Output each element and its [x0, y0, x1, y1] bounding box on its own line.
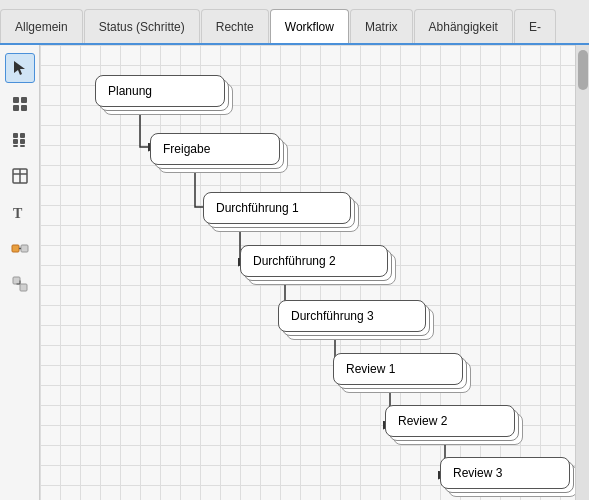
pointer-tool[interactable]: [5, 53, 35, 83]
tab-matrix[interactable]: Matrix: [350, 9, 413, 43]
text-tool[interactable]: T: [5, 197, 35, 227]
svg-rect-18: [13, 277, 20, 284]
workflow-canvas[interactable]: Planung Freigabe Durchführung 1 Durchfüh…: [40, 45, 575, 500]
grid2-tool[interactable]: [5, 125, 35, 155]
svg-rect-7: [13, 139, 18, 144]
connect1-tool[interactable]: [5, 233, 35, 263]
svg-rect-3: [13, 105, 19, 111]
svg-rect-1: [13, 97, 19, 103]
scrollbar-thumb[interactable]: [578, 50, 588, 90]
svg-rect-4: [21, 105, 27, 111]
svg-rect-15: [12, 245, 19, 252]
tab-bar: Allgemein Status (Schritte) Rechte Workf…: [0, 0, 589, 45]
connect2-tool[interactable]: [5, 269, 35, 299]
main-area: T: [0, 45, 589, 500]
svg-rect-5: [13, 133, 18, 138]
table-tool[interactable]: [5, 161, 35, 191]
vertical-scrollbar[interactable]: [575, 45, 589, 500]
grid1-tool[interactable]: [5, 89, 35, 119]
toolbar: T: [0, 45, 40, 500]
tab-status[interactable]: Status (Schritte): [84, 9, 200, 43]
tab-e[interactable]: E-: [514, 9, 556, 43]
svg-rect-10: [20, 145, 25, 147]
tab-workflow[interactable]: Workflow: [270, 9, 349, 43]
svg-rect-2: [21, 97, 27, 103]
svg-text:T: T: [13, 206, 23, 221]
tab-abhaengigkeit[interactable]: Abhängigkeit: [414, 9, 513, 43]
svg-rect-9: [13, 145, 18, 147]
tab-rechte[interactable]: Rechte: [201, 9, 269, 43]
svg-rect-6: [20, 133, 25, 138]
svg-rect-8: [20, 139, 25, 144]
svg-rect-16: [21, 245, 28, 252]
tab-allgemein[interactable]: Allgemein: [0, 9, 83, 43]
svg-marker-0: [14, 61, 25, 75]
svg-rect-19: [20, 284, 27, 291]
